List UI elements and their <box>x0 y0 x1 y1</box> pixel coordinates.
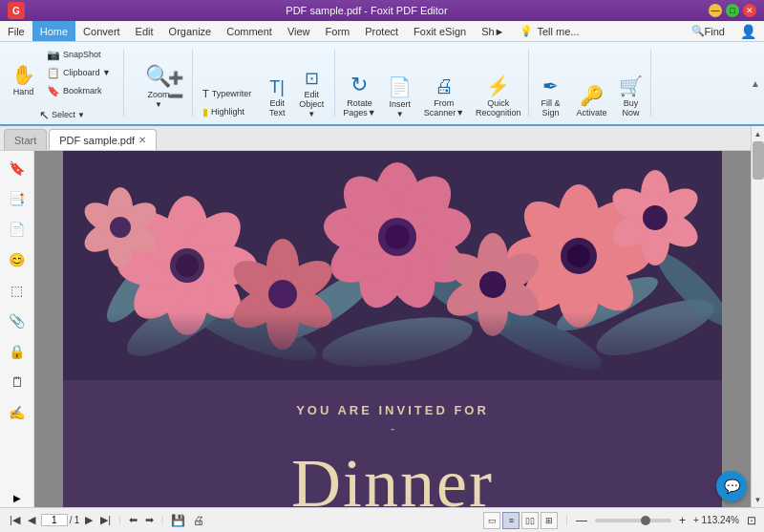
view-continuous-button[interactable]: ≡ <box>502 512 520 529</box>
zoom-out-btn[interactable]: — <box>576 514 587 527</box>
menu-user[interactable]: 👤 <box>732 21 764 41</box>
ribbon-group-pages: ↻ RotatePages▼ 📄 Insert ▼ 🖨 FromScanner▼… <box>335 42 528 124</box>
sidebar-stack-icon[interactable]: ⬚ <box>4 277 31 304</box>
ribbon-collapse-button[interactable]: ▲ <box>751 78 760 89</box>
sidebar-attachment-icon[interactable]: 📎 <box>4 308 31 334</box>
minimize-button[interactable]: — <box>709 4 722 17</box>
dash-separator: - <box>101 421 684 436</box>
ribbon-group-edit: T Typewriter ▮ Highlight T| EditText ⊡ E… <box>193 42 335 124</box>
buy-now-button[interactable]: 🛒 BuyNow <box>615 55 647 120</box>
zoom-slider[interactable] <box>595 519 671 522</box>
bookmark-button[interactable]: 🔖 Bookmark <box>43 82 115 99</box>
last-page-button[interactable]: ▶| <box>98 514 113 526</box>
clipboard-icon: 📋 <box>47 67 60 79</box>
zoom-out-button[interactable]: ➖ <box>164 87 187 104</box>
hand-select-row: ✋ Hand 📷 SnapShot 📋 Clipboard ▼ 🔖 Bookma… <box>8 46 117 99</box>
clipboard-button[interactable]: 📋 Clipboard ▼ <box>43 64 115 81</box>
close-button[interactable]: ✕ <box>743 4 756 17</box>
edit-object-button[interactable]: ⊡ EditObject ▼ <box>295 59 328 120</box>
tab-start[interactable]: Start <box>4 129 47 150</box>
hand-icon: ✋ <box>11 63 35 86</box>
vertical-scrollbar: ▲ ▼ <box>751 126 764 507</box>
fill-sign-button[interactable]: ✒ Fill &Sign <box>533 55 569 120</box>
ribbon-group-zoom: 🔍 Hand Zoom ▼ ➕ ➖ <box>124 42 193 124</box>
page-number-input[interactable] <box>41 514 68 526</box>
view-facing-continuous-button[interactable]: ⊞ <box>541 512 558 529</box>
sidebar-lock-icon[interactable]: 🔒 <box>4 338 31 365</box>
sidebar-pages-icon[interactable]: 🗒 <box>4 369 31 395</box>
buy-now-icon: 🛒 <box>619 74 643 97</box>
menu-protect[interactable]: Protect <box>357 21 406 41</box>
maximize-button[interactable]: □ <box>726 4 739 17</box>
rotate-pages-button[interactable]: ↻ RotatePages▼ <box>339 55 379 120</box>
menu-find[interactable]: 🔍 Find <box>684 21 732 41</box>
from-scanner-button[interactable]: 🖨 FromScanner▼ <box>420 55 468 120</box>
sidebar-signature-icon[interactable]: ✍ <box>4 399 31 426</box>
fill-sign-label: Fill &Sign <box>541 99 561 118</box>
scroll-thumb[interactable] <box>753 141 764 180</box>
zoom-in-button[interactable]: ➕ <box>164 69 187 86</box>
view-single-button[interactable]: ▭ <box>483 512 500 529</box>
fit-page-button[interactable]: ⊡ <box>747 514 756 527</box>
edit-text-icon: T| <box>269 77 285 97</box>
menu-tell-me[interactable]: 💡 Tell me... <box>512 21 683 41</box>
menu-edit[interactable]: Edit <box>128 21 161 41</box>
back-button[interactable]: ⬅ <box>127 514 139 526</box>
prev-page-button[interactable]: ◀ <box>26 514 37 526</box>
next-page-button[interactable]: ▶ <box>83 514 95 526</box>
menu-home[interactable]: Home <box>32 21 75 41</box>
sidebar-document-icon[interactable]: 📄 <box>4 216 31 243</box>
menu-form[interactable]: Form <box>318 21 358 41</box>
scroll-down-button[interactable]: ▼ <box>752 492 765 507</box>
chat-widget-button[interactable]: 💬 <box>716 471 747 501</box>
edit-object-label: EditObject <box>299 91 324 110</box>
fill-sign-icon: ✒ <box>542 74 559 97</box>
insert-label: Insert <box>389 100 411 110</box>
view-facing-button[interactable]: ▯▯ <box>521 512 539 529</box>
menu-file[interactable]: File <box>0 21 32 41</box>
floral-svg <box>63 151 722 380</box>
tab-close-button[interactable]: ✕ <box>138 135 146 145</box>
activate-button[interactable]: 🔑 Activate <box>573 55 611 120</box>
find-icon: 🔍 <box>691 25 705 37</box>
first-page-button[interactable]: |◀ <box>8 514 22 526</box>
window-controls: — □ ✕ <box>709 4 756 17</box>
typewriter-button[interactable]: T Typewriter <box>199 85 255 102</box>
insert-button[interactable]: 📄 Insert ▼ <box>384 55 416 120</box>
zoom-in-btn[interactable]: + <box>679 514 686 527</box>
edit-text-button[interactable]: T| EditText <box>261 59 293 120</box>
quick-recognition-button[interactable]: ⚡ QuickRecognition <box>472 55 525 120</box>
menu-view[interactable]: View <box>280 21 318 41</box>
scroll-up-button[interactable]: ▲ <box>752 126 765 141</box>
save-button[interactable]: 💾 <box>169 514 187 527</box>
select-button[interactable]: ↖ Select ▼ <box>35 101 89 126</box>
tab-pdf-sample[interactable]: PDF sample.pdf ✕ <box>49 129 157 150</box>
sidebar-emoji-icon[interactable]: 😊 <box>4 246 31 273</box>
app-logo: G <box>8 2 25 19</box>
menu-share[interactable]: Sh► <box>474 21 512 41</box>
print-button[interactable]: 🖨 <box>191 514 206 527</box>
view-mode-buttons: ▭ ≡ ▯▯ ⊞ <box>483 512 558 529</box>
forward-button[interactable]: ➡ <box>143 514 156 526</box>
select-snapshot-col: 📷 SnapShot 📋 Clipboard ▼ 🔖 Bookmark <box>41 46 117 99</box>
menu-foxit-esign[interactable]: Foxit eSign <box>406 21 474 41</box>
rotate-pages-label: RotatePages▼ <box>343 99 375 118</box>
menu-organize[interactable]: Organize <box>161 21 220 41</box>
total-pages: 1 <box>74 515 80 525</box>
hand-button[interactable]: ✋ Hand <box>8 46 39 99</box>
scroll-track[interactable] <box>752 141 764 492</box>
sidebar-expand-button[interactable]: ▶ <box>13 493 21 503</box>
edit-row: T Typewriter ▮ Highlight T| EditText ⊡ E… <box>197 46 328 120</box>
menu-convert[interactable]: Convert <box>75 21 128 41</box>
highlight-button[interactable]: ▮ Highlight <box>199 103 255 120</box>
fill-row: ✒ Fill &Sign 🔑 Activate 🛒 BuyNow <box>533 46 647 120</box>
menu-comment[interactable]: Comment <box>219 21 280 41</box>
select-label: Select <box>52 110 75 119</box>
sidebar-layers-icon[interactable]: 📑 <box>4 185 31 212</box>
sidebar-bookmark-icon[interactable]: 🔖 <box>4 155 31 181</box>
snapshot-button[interactable]: 📷 SnapShot <box>43 46 115 63</box>
zoom-percent: + 113.24% <box>693 515 739 525</box>
menu-bar: File Home Convert Edit Organize Comment … <box>0 21 764 42</box>
buy-now-label: BuyNow <box>623 99 640 118</box>
from-scanner-label: FromScanner▼ <box>424 99 464 118</box>
